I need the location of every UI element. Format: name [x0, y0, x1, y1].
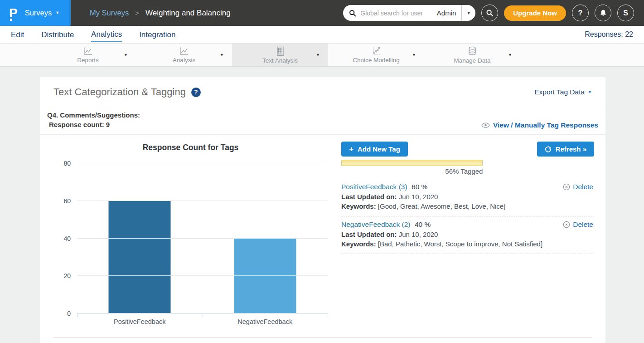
last-updated-label: Last Updated on: [341, 193, 397, 201]
y-axis-tick-label: 0 [53, 310, 71, 317]
export-tag-data-label: Export Tag Data [534, 88, 585, 96]
breadcrumb-my-surveys[interactable]: My Surveys [90, 9, 129, 17]
tag-row-positive: PositiveFeedback (3) 60 % Last Updated o… [341, 179, 594, 216]
refresh-icon [545, 146, 552, 152]
global-search-input[interactable] [356, 10, 436, 17]
tag-name-link[interactable]: NegativeFeedback (2) [341, 220, 411, 228]
chevron-down-icon[interactable]: ▼ [508, 53, 512, 57]
tool-manage-data[interactable]: Manage Data ▼ [424, 44, 520, 66]
surveys-menu-label: Surveys [25, 9, 52, 17]
chevron-down-icon[interactable]: ▼ [316, 53, 320, 57]
nav-analytics[interactable]: Analytics [91, 27, 122, 42]
global-search[interactable]: Admin ▼ [343, 5, 475, 21]
top-header-bar: P Surveys ▼ My Surveys > Weighting and B… [0, 0, 644, 26]
refresh-button[interactable]: Refresh » [537, 142, 594, 157]
last-updated-value: Jun 10, 2020 [397, 230, 438, 238]
avatar[interactable]: S [617, 5, 634, 21]
chevron-down-icon[interactable]: ▼ [124, 53, 128, 57]
delete-label: Delete [573, 220, 593, 229]
tool-analysis[interactable]: Analysis ▼ [136, 44, 232, 66]
tag-row-negative: NegativeFeedback (2) 40 % Last Updated o… [341, 216, 594, 254]
y-axis-tick-label: 80 [53, 160, 71, 167]
help-button[interactable]: ? [572, 5, 589, 21]
response-count-label: Response count: 9 [47, 120, 140, 129]
chevron-down-icon: ▼ [55, 11, 59, 15]
search-button[interactable] [481, 5, 498, 21]
last-updated-label: Last Updated on: [341, 230, 397, 238]
analytics-toolbar: Reports ▼ Analysis ▼ Text Analysis ▼ [0, 43, 644, 67]
view-manually-tag-label: View / Manually Tag Responses [493, 121, 598, 129]
tag-actions-row: + Add New Tag Refresh » [341, 142, 594, 157]
chevron-down-icon[interactable]: ▼ [412, 53, 416, 57]
keywords-value: [Good, Great, Awesome, Best, Love, Nice] [376, 202, 506, 210]
y-axis-tick-label: 60 [53, 197, 71, 205]
tag-name-link[interactable]: PositiveFeedback (3) [341, 183, 407, 191]
progress-label-row: 56% Tagged [341, 167, 483, 175]
gridline [77, 201, 328, 201]
tool-choice-modelling[interactable]: Choice Modelling ▼ [328, 44, 424, 66]
chart-column: Response Count for Tags 020406080 Positi… [53, 138, 334, 325]
header-actions: Admin ▼ Upgrade Now ? S [343, 5, 644, 21]
delete-tag-link[interactable]: Delete [563, 183, 593, 191]
bell-icon [600, 9, 607, 17]
page-title: Text Categorization & Tagging [53, 86, 186, 98]
breadcrumb-current-survey: Weighting and Balancing [145, 9, 231, 18]
card-body: Response Count for Tags 020406080 Positi… [40, 135, 605, 325]
keywords-label: Keywords: [341, 202, 376, 210]
surveys-menu[interactable]: Surveys ▼ [25, 9, 60, 17]
notifications-button[interactable] [595, 5, 611, 21]
nav-distribute[interactable]: Distribute [41, 28, 74, 41]
scatter-chart-icon [371, 47, 382, 56]
tag-percent: 40 % [415, 220, 431, 228]
trend-chart-icon [179, 47, 189, 56]
help-icon[interactable]: ? [191, 88, 201, 97]
page-content: Text Categorization & Tagging ? Export T… [0, 67, 644, 343]
gridline [77, 163, 328, 163]
bar-slot [77, 163, 203, 314]
responses-count: Responses: 22 [585, 30, 633, 39]
upgrade-now-button[interactable]: Upgrade Now [504, 5, 566, 21]
tag-list: PositiveFeedback (3) 60 % Last Updated o… [341, 179, 594, 254]
x-axis-label: NegativeFeedback [203, 318, 328, 325]
card-bottom-divider [53, 337, 592, 342]
export-tag-data-dropdown[interactable]: Export Tag Data ▼ [534, 88, 592, 96]
questionpro-logo-icon[interactable]: P [9, 7, 18, 20]
database-icon [467, 46, 478, 56]
search-scope-label: Admin [437, 9, 462, 17]
question-row: Q4. Comments/Suggestions: Response count… [40, 106, 605, 135]
search-scope-dropdown[interactable]: ▼ [462, 11, 475, 15]
tool-reports[interactable]: Reports ▼ [40, 44, 136, 66]
add-new-tag-label: Add New Tag [358, 145, 400, 153]
circle-x-icon [563, 183, 570, 191]
bar-PositiveFeedback[interactable] [109, 201, 171, 313]
delete-tag-link[interactable]: Delete [563, 220, 593, 229]
survey-nav: Edit Distribute Analytics Integration Re… [0, 26, 644, 43]
tool-text-analysis[interactable]: Text Analysis ▼ [232, 44, 328, 66]
tool-choice-modelling-label: Choice Modelling [353, 57, 400, 64]
circle-x-icon [563, 221, 570, 228]
x-axis-tick [328, 314, 328, 317]
x-axis-labels: PositiveFeedbackNegativeFeedback [77, 318, 328, 325]
product-menu[interactable]: P Surveys ▼ [0, 0, 71, 26]
x-axis-label: PositiveFeedback [77, 318, 203, 325]
view-manually-tag-link[interactable]: View / Manually Tag Responses [481, 121, 598, 129]
search-icon [349, 10, 356, 17]
line-chart-icon [82, 47, 93, 56]
plus-icon: + [349, 145, 353, 153]
text-analysis-icon [275, 46, 285, 56]
nav-integration[interactable]: Integration [139, 28, 175, 41]
text-tagging-card: Text Categorization & Tagging ? Export T… [40, 77, 605, 343]
nav-edit[interactable]: Edit [11, 28, 24, 41]
search-icon [486, 9, 494, 17]
bars-row [77, 163, 328, 314]
add-new-tag-button[interactable]: + Add New Tag [341, 142, 408, 157]
breadcrumb: My Surveys > Weighting and Balancing [90, 9, 231, 18]
chevron-down-icon[interactable]: ▼ [220, 53, 224, 57]
bar-chart-plot: 020406080 [77, 163, 328, 314]
tool-reports-label: Reports [77, 57, 98, 64]
tags-column: + Add New Tag Refresh » 56% Tagged [334, 138, 594, 325]
bar-slot [203, 163, 328, 314]
question-label: Q4. Comments/Suggestions: [47, 110, 140, 120]
card-header: Text Categorization & Tagging ? Export T… [40, 77, 605, 106]
y-axis-tick-label: 20 [53, 272, 71, 279]
